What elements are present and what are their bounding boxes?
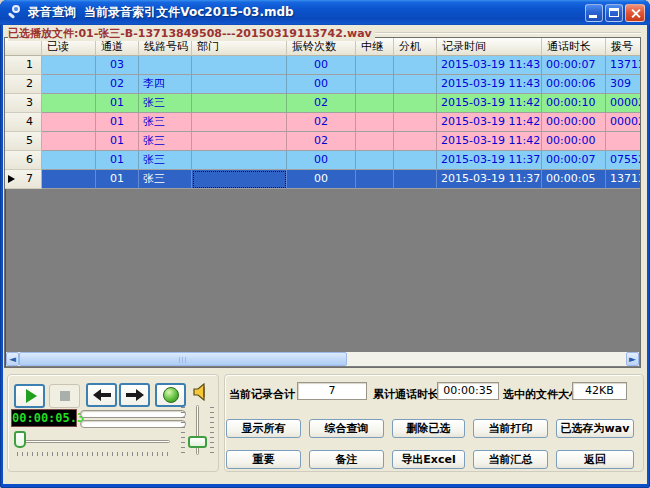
maximize-button[interactable] [605,4,623,22]
remark-button[interactable]: 备注 [309,450,384,469]
cell-time[interactable]: 2015-03-19 11:42:48 [437,94,542,113]
cell-rings[interactable]: 00 [287,170,356,189]
cell-read[interactable] [42,75,96,94]
cell-line[interactable]: 张三 [139,132,192,151]
cell-dept[interactable] [192,132,287,151]
cell-rings[interactable]: 02 [287,94,356,113]
important-button[interactable]: 重要 [226,450,301,469]
close-button[interactable] [625,4,645,22]
cell-trunk[interactable] [356,75,394,94]
play-button[interactable] [14,384,45,408]
scroll-left-icon[interactable]: ◄ [6,352,19,366]
cell-read[interactable] [42,56,96,75]
cell-ext[interactable] [394,170,437,189]
cell-dur[interactable]: 00:00:10 [542,94,606,113]
row-number[interactable]: 7 [5,170,42,189]
table-row[interactable]: 601张三002015-03-19 11:37:5000:00:07075526… [5,151,640,170]
cell-rings[interactable]: 00 [287,56,356,75]
column-header-dial[interactable]: 拨号 [606,38,641,56]
table-row[interactable]: 202李四002015-03-19 11:43:1800:00:06309 [5,75,640,94]
row-number[interactable]: 2 [5,75,42,94]
cell-dept[interactable] [192,56,287,75]
column-header-dur[interactable]: 通话时长 [542,38,606,56]
cell-time[interactable]: 2015-03-19 11:43:18 [437,75,542,94]
cell-rings[interactable]: 00 [287,151,356,170]
stop-button[interactable] [49,384,80,408]
cell-trunk[interactable] [356,151,394,170]
cell-time[interactable]: 2015-03-19 11:43:37 [437,56,542,75]
cell-dur[interactable]: 00:00:06 [542,75,606,94]
table-row[interactable]: 501张三022015-03-19 11:42:0500:00:00 [5,132,640,151]
cell-dept[interactable] [192,75,287,94]
cell-channel[interactable]: 01 [96,94,139,113]
row-number[interactable]: 1 [5,56,42,75]
cell-dial[interactable]: 0755269 [606,151,641,170]
cell-dial[interactable]: 1371384 [606,56,641,75]
cell-rings[interactable]: 00 [287,75,356,94]
export-excel-button[interactable]: 导出Excel [392,450,465,469]
column-header-time[interactable]: 记录时间 [437,38,542,56]
cell-channel[interactable]: 02 [96,75,139,94]
table-row[interactable]: 401张三022015-03-19 11:42:3000:00:00000022… [5,113,640,132]
cell-read[interactable] [42,132,96,151]
cell-ext[interactable] [394,113,437,132]
cell-dur[interactable]: 00:00:05 [542,170,606,189]
cell-read[interactable] [42,113,96,132]
next-record-button[interactable] [119,383,150,407]
row-number[interactable]: 5 [5,132,42,151]
row-number[interactable]: 6 [5,151,42,170]
cell-ext[interactable] [394,94,437,113]
cell-line[interactable]: 张三 [139,94,192,113]
return-button[interactable]: 返回 [556,450,634,469]
table-row[interactable]: 701张三002015-03-19 11:37:4200:00:05137138… [5,170,640,189]
cell-dept[interactable] [192,94,287,113]
cell-channel[interactable]: 01 [96,151,139,170]
cell-dial[interactable] [606,132,641,151]
cell-channel[interactable]: 01 [96,113,139,132]
cell-dial[interactable]: 309 [606,75,641,94]
cell-ext[interactable] [394,132,437,151]
cell-read[interactable] [42,170,96,189]
row-number[interactable]: 4 [5,113,42,132]
cell-trunk[interactable] [356,94,394,113]
cell-dept[interactable] [192,170,287,189]
horizontal-scrollbar[interactable]: ◄ ► [6,352,639,366]
cell-dial[interactable]: 0000222 [606,94,641,113]
cell-dial[interactable]: 1371384 [606,170,641,189]
cell-channel[interactable]: 03 [96,56,139,75]
scrollbar-thumb[interactable] [19,352,347,366]
column-header-ext[interactable]: 分机 [394,38,437,56]
seek-slider-track[interactable] [18,440,170,443]
cell-ext[interactable] [394,56,437,75]
save-selected-as-wav-button[interactable]: 已选存为wav [556,419,634,438]
cell-dur[interactable]: 00:00:00 [542,113,606,132]
cell-line[interactable] [139,56,192,75]
print-current-button[interactable]: 当前打印 [473,419,548,438]
cell-line[interactable]: 张三 [139,151,192,170]
cell-line[interactable]: 李四 [139,75,192,94]
cell-time[interactable]: 2015-03-19 11:42:30 [437,113,542,132]
scroll-right-icon[interactable]: ► [626,352,639,366]
cell-time[interactable]: 2015-03-19 11:42:05 [437,132,542,151]
show-all-button[interactable]: 显示所有 [226,419,301,438]
minimize-button[interactable] [585,4,603,22]
delete-selected-button[interactable]: 删除已选 [392,419,465,438]
table-row[interactable]: 103002015-03-19 11:43:3700:00:071371384 [5,56,640,75]
cell-trunk[interactable] [356,132,394,151]
current-summary-button[interactable]: 当前汇总 [473,450,548,469]
cell-dur[interactable]: 00:00:07 [542,56,606,75]
cell-ext[interactable] [394,75,437,94]
cell-trunk[interactable] [356,56,394,75]
cell-dur[interactable]: 00:00:07 [542,151,606,170]
cell-time[interactable]: 2015-03-19 11:37:50 [437,151,542,170]
cell-trunk[interactable] [356,113,394,132]
seek-slider-thumb[interactable] [14,431,26,448]
loop-play-button[interactable] [155,383,186,407]
cell-trunk[interactable] [356,170,394,189]
cell-line[interactable]: 张三 [139,113,192,132]
row-number[interactable]: 3 [5,94,42,113]
cell-time[interactable]: 2015-03-19 11:37:42 [437,170,542,189]
previous-record-button[interactable] [86,383,117,407]
cell-dur[interactable]: 00:00:00 [542,132,606,151]
cell-channel[interactable]: 01 [96,132,139,151]
